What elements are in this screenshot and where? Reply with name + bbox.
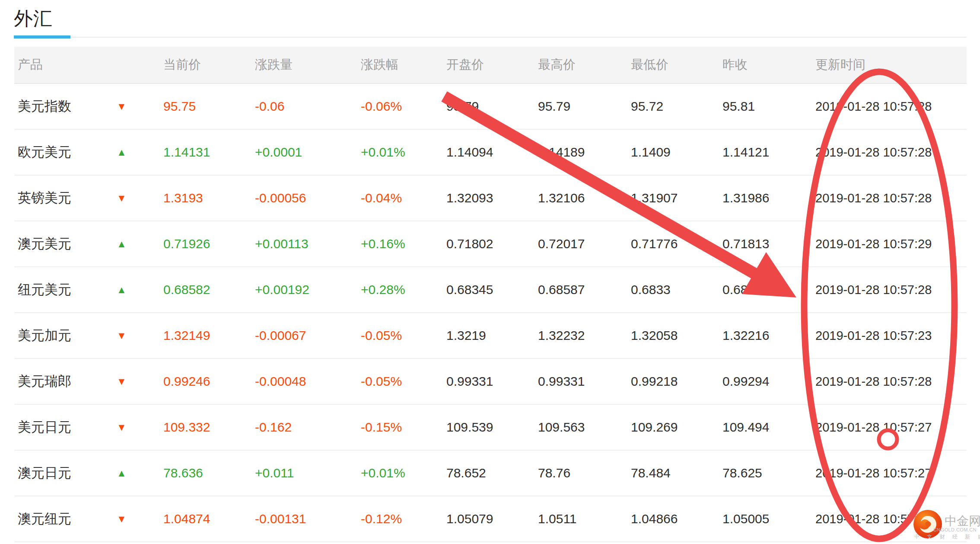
- quote-row: 澳元纽元▼1.04874-0.00131-0.12%1.050791.05111…: [14, 496, 967, 542]
- change-amount: +0.00113: [255, 237, 361, 251]
- update-time: 2019-01-28 10:57:23: [815, 329, 967, 343]
- change-amount: +0.0001: [255, 145, 361, 160]
- open-price: 109.539: [446, 420, 538, 435]
- header-6: 最高价: [538, 56, 631, 74]
- header-3: 涨跌量: [255, 56, 361, 74]
- open-price: 1.05079: [446, 512, 538, 526]
- change-percent: +0.01%: [361, 466, 446, 480]
- up-triangle-icon: ▲: [117, 147, 163, 157]
- high-price: 109.563: [538, 420, 631, 435]
- change-percent: -0.15%: [361, 420, 446, 435]
- prev-close: 1.05005: [722, 512, 815, 526]
- header-9: 更新时间: [815, 56, 967, 74]
- header-0: 产品: [14, 56, 117, 74]
- change-amount: -0.162: [255, 420, 361, 435]
- product-name[interactable]: 美元瑞郎: [14, 372, 117, 390]
- product-name[interactable]: 美元加元: [14, 326, 117, 345]
- change-percent: -0.05%: [361, 374, 446, 389]
- current-price: 1.04874: [163, 512, 255, 526]
- high-price: 0.72017: [538, 237, 631, 251]
- open-price: 1.3219: [446, 328, 538, 343]
- current-price: 95.75: [163, 99, 255, 114]
- up-triangle-icon: ▲: [117, 468, 163, 478]
- update-time: 2019-01-28 10:57:29: [815, 237, 967, 251]
- product-name[interactable]: 纽元美元: [14, 281, 117, 299]
- high-price: 1.32232: [538, 328, 631, 343]
- current-price: 1.14131: [163, 145, 255, 160]
- open-price: 0.99331: [446, 374, 538, 389]
- quote-row: 纽元美元▲0.68582+0.00192+0.28%0.683450.68587…: [14, 267, 967, 313]
- high-price: 95.79: [538, 99, 631, 114]
- high-price: 1.0511: [538, 512, 631, 526]
- current-price: 0.99246: [163, 374, 255, 389]
- low-price: 1.1409: [631, 145, 722, 160]
- update-time: 2019-01-28 10:57:28: [815, 145, 967, 160]
- update-time: 2019-01-28 10:57:27: [815, 466, 967, 480]
- open-price: 1.32093: [446, 191, 538, 205]
- change-percent: -0.06%: [361, 99, 446, 114]
- product-name[interactable]: 英镑美元: [14, 189, 117, 207]
- quote-row: 美元日元▼109.332-0.162-0.15%109.539109.56310…: [14, 405, 967, 451]
- change-percent: -0.04%: [361, 191, 446, 205]
- open-price: 95.79: [446, 99, 538, 114]
- change-percent: +0.28%: [361, 282, 446, 297]
- high-price: 78.76: [538, 466, 631, 480]
- quote-row: 欧元美元▲1.14131+0.0001+0.01%1.140941.141891…: [14, 130, 967, 176]
- cngold-watermark: 中金网 CNGOLD.COM.CN 中 文 财 经 新 媒 体: [913, 509, 980, 541]
- table-header-row: 产品当前价涨跌量涨跌幅开盘价最高价最低价昨收更新时间: [14, 47, 967, 84]
- product-name[interactable]: 澳元纽元: [14, 510, 117, 528]
- up-triangle-icon: ▲: [117, 285, 163, 295]
- change-amount: -0.06: [255, 99, 361, 114]
- current-price: 1.32149: [163, 328, 255, 343]
- quote-row: 美元指数▼95.75-0.06-0.06%95.7995.7995.7295.8…: [14, 84, 967, 130]
- prev-close: 0.71813: [722, 237, 815, 251]
- down-triangle-icon: ▼: [117, 331, 163, 341]
- low-price: 1.04866: [631, 512, 722, 526]
- product-name[interactable]: 美元指数: [14, 97, 117, 115]
- current-price: 0.68582: [163, 282, 255, 297]
- prev-close: 1.32216: [722, 328, 815, 343]
- down-triangle-icon: ▼: [117, 514, 163, 524]
- header-2: 当前价: [163, 56, 255, 74]
- update-time: 2019-01-28 10:57:27: [815, 420, 967, 435]
- down-triangle-icon: ▼: [117, 193, 163, 203]
- update-time: 2019-01-28 10:57:28: [815, 283, 967, 297]
- prev-close: 0.99294: [722, 374, 815, 389]
- down-triangle-icon: ▼: [117, 422, 163, 432]
- low-price: 95.72: [631, 99, 722, 114]
- low-price: 78.484: [631, 466, 722, 480]
- current-price: 109.332: [163, 420, 255, 435]
- quote-row: 英镑美元▼1.3193-0.00056-0.04%1.320931.321061…: [14, 176, 967, 221]
- open-price: 1.14094: [446, 145, 538, 160]
- high-price: 1.32106: [538, 191, 631, 205]
- change-amount: -0.00131: [255, 512, 361, 526]
- prev-close: 109.494: [722, 420, 815, 435]
- product-name[interactable]: 欧元美元: [14, 143, 117, 161]
- quote-row: 澳元日元▲78.636+0.011+0.01%78.65278.7678.484…: [14, 451, 967, 496]
- header-8: 昨收: [722, 56, 815, 74]
- change-percent: -0.05%: [361, 328, 446, 343]
- current-price: 1.3193: [163, 191, 255, 205]
- change-percent: +0.01%: [361, 145, 446, 160]
- current-price: 0.71926: [163, 237, 255, 251]
- product-name[interactable]: 澳元美元: [14, 235, 117, 253]
- open-price: 78.652: [446, 466, 538, 480]
- tab-forex[interactable]: 外汇: [14, 6, 53, 32]
- prev-close: 78.625: [722, 466, 815, 480]
- low-price: 109.269: [631, 420, 722, 435]
- quote-row: 美元瑞郎▼0.99246-0.00048-0.05%0.993310.99331…: [14, 359, 967, 405]
- high-price: 0.99331: [538, 374, 631, 389]
- update-time: 2019-01-28 10:57:28: [815, 374, 967, 389]
- header-7: 最低价: [631, 56, 722, 74]
- prev-close: 1.14121: [722, 145, 815, 160]
- low-price: 1.31907: [631, 191, 722, 205]
- change-amount: +0.011: [255, 466, 361, 480]
- update-time: 2019-01-28 10:57:28: [815, 99, 967, 114]
- product-name[interactable]: 美元日元: [14, 418, 117, 436]
- change-amount: -0.00048: [255, 374, 361, 389]
- quote-row: 美元加元▼1.32149-0.00067-0.05%1.32191.322321…: [14, 313, 967, 359]
- product-name[interactable]: 澳元日元: [14, 464, 117, 482]
- cngold-tagline-text: 中 文 财 经 新 媒 体: [914, 533, 980, 541]
- header-4: 涨跌幅: [361, 56, 446, 74]
- change-amount: -0.00067: [255, 328, 361, 343]
